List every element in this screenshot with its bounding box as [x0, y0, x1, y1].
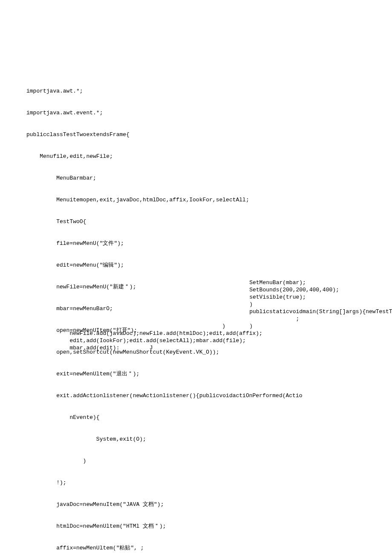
code-line: newFile.add(javaDoc);newFile.add(htmlDoc…: [40, 330, 262, 337]
code-line: exit=newMenUltem("退出＂);: [26, 370, 392, 378]
code-line: !);: [26, 479, 392, 486]
code-line: affix=newMenUltem("粘贴", ;: [26, 544, 392, 552]
code-line: SetBounds(200,200,400,400);: [249, 287, 339, 293]
code-line: publicstaticvoidmain(String[]args){newTe…: [249, 308, 392, 315]
code-line: ;: [249, 316, 299, 322]
code-line: file=newMenU("文件");: [26, 240, 392, 247]
code-line: Menuitemopen,exit,javaDoc,htmlDoc,affix,…: [26, 196, 392, 203]
code-line: publicclassTestTwoextendsFrame{: [26, 131, 392, 138]
code-line: importjava.awt.*;: [26, 87, 392, 95]
code-line: exit.addActionlistener(newActionlistener…: [26, 392, 392, 399]
code-block-tail: newFile.add(javaDoc);newFile.add(htmlDoc…: [26, 323, 262, 359]
code-line: Menufile,edit,newFile;: [26, 153, 392, 160]
code-line: ): [249, 301, 253, 308]
document-page: importjava.awt.*; importjava.awt.event.*…: [0, 0, 392, 555]
code-line: TestTwoO{: [26, 218, 392, 225]
code-line: javaDoc=newMenuItem("JAVA 文档");: [26, 501, 392, 508]
code-line: edit,add(IookFor);edit.add(selectAll);mb…: [40, 337, 246, 344]
code-line: ): [26, 457, 392, 465]
code-line: setVisible(true);: [249, 294, 306, 300]
code-line: nEvente){: [26, 414, 392, 421]
code-line: MenuBarmbar;: [26, 174, 392, 182]
code-line: mbar.add(edit): J: [40, 345, 153, 351]
code-line: htmlDoc=newMenUltem("HTMl 文档＂);: [26, 523, 392, 530]
code-line: SetMenuBar(mbar);: [249, 279, 306, 286]
code-line: importjava.awt.event.*;: [26, 109, 392, 116]
code-line: edit=newMenu("编辑");: [26, 262, 392, 269]
code-line: System,exit(O);: [26, 436, 392, 443]
